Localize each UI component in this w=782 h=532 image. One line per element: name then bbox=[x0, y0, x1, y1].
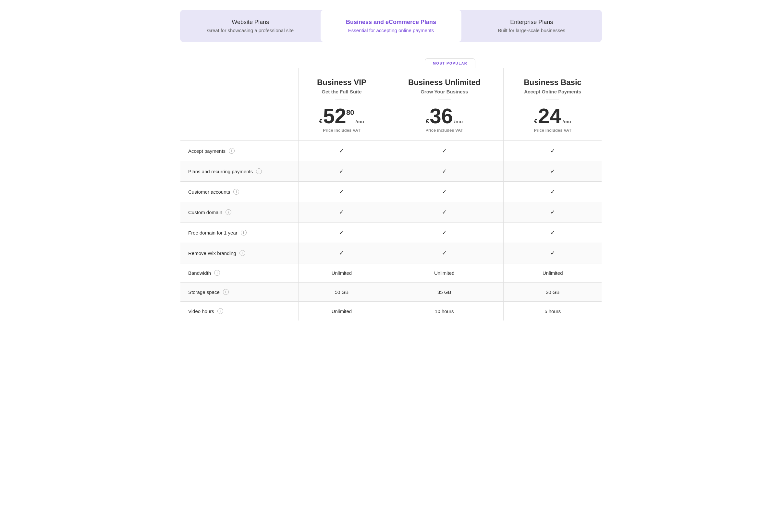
feature-value-5-2: ✓ bbox=[504, 243, 602, 263]
feature-value-8-2: 5 hours bbox=[504, 302, 602, 321]
feature-label-cell-8: Video hours i bbox=[180, 302, 298, 321]
feature-value-4-1: ✓ bbox=[385, 222, 504, 243]
plan-unlimited-price-main: 36 bbox=[430, 106, 453, 127]
feature-row-5: Remove Wix branding i ✓✓✓ bbox=[180, 243, 602, 263]
feature-text-8-2: 5 hours bbox=[544, 309, 561, 314]
plan-vip-divider bbox=[335, 100, 348, 100]
feature-value-6-1: Unlimited bbox=[385, 263, 504, 283]
checkmark-1-0: ✓ bbox=[339, 168, 344, 175]
plan-unlimited-period: /mo bbox=[454, 119, 463, 124]
info-icon-3[interactable]: i bbox=[225, 209, 232, 215]
feature-text-8-1: 10 hours bbox=[435, 309, 454, 314]
tab-business-title: Business and eCommerce Plans bbox=[327, 19, 455, 26]
tab-enterprise-title: Enterprise Plans bbox=[468, 19, 596, 26]
plan-basic-currency: € bbox=[534, 118, 537, 124]
feature-value-0-0: ✓ bbox=[298, 141, 385, 161]
tab-enterprise[interactable]: Enterprise Plans Built for large-scale b… bbox=[461, 10, 602, 42]
plan-vip-price-main: 52 bbox=[323, 106, 346, 127]
plan-basic-vat: Price includes VAT bbox=[510, 128, 595, 133]
mp-spacer-1 bbox=[180, 59, 298, 68]
checkmark-1-1: ✓ bbox=[442, 168, 447, 175]
info-icon-7[interactable]: i bbox=[223, 289, 229, 295]
plan-basic-tagline: Accept Online Payments bbox=[510, 89, 595, 95]
feature-row-4: Free domain for 1 year i ✓✓✓ bbox=[180, 222, 602, 243]
most-popular-badge: MOST POPULAR bbox=[425, 59, 476, 68]
info-icon-4[interactable]: i bbox=[241, 230, 247, 236]
feature-text-7-2: 20 GB bbox=[546, 289, 560, 295]
feature-value-5-0: ✓ bbox=[298, 243, 385, 263]
feature-value-0-1: ✓ bbox=[385, 141, 504, 161]
tab-website-subtitle: Great for showcasing a professional site bbox=[186, 28, 314, 33]
checkmark-5-0: ✓ bbox=[339, 250, 344, 256]
info-icon-2[interactable]: i bbox=[233, 189, 239, 194]
plan-basic-price-main: 24 bbox=[538, 106, 561, 127]
feature-value-8-1: 10 hours bbox=[385, 302, 504, 321]
checkmark-2-0: ✓ bbox=[339, 188, 344, 195]
tab-business[interactable]: Business and eCommerce Plans Essential f… bbox=[321, 10, 461, 42]
feature-value-7-2: 20 GB bbox=[504, 283, 602, 302]
page-wrapper: Website Plans Great for showcasing a pro… bbox=[174, 0, 608, 330]
plan-basic-period: /mo bbox=[562, 119, 571, 124]
header-row: Business VIP Get the Full Suite € 52 80 … bbox=[180, 68, 602, 141]
plan-basic-name: Business Basic bbox=[510, 78, 595, 87]
plan-vip-tagline: Get the Full Suite bbox=[305, 89, 378, 95]
checkmark-0-1: ✓ bbox=[442, 148, 447, 154]
feature-text-8-0: Unlimited bbox=[332, 309, 352, 314]
plan-vip-price-decimal: 80 bbox=[346, 108, 354, 117]
feature-value-7-1: 35 GB bbox=[385, 283, 504, 302]
plan-vip-period: /mo bbox=[355, 119, 364, 124]
info-icon-1[interactable]: i bbox=[256, 168, 262, 174]
plan-unlimited-vat: Price includes VAT bbox=[392, 128, 497, 133]
feature-value-4-0: ✓ bbox=[298, 222, 385, 243]
feature-value-4-2: ✓ bbox=[504, 222, 602, 243]
feature-value-3-0: ✓ bbox=[298, 202, 385, 222]
feature-value-1-1: ✓ bbox=[385, 161, 504, 182]
feature-row-1: Plans and recurring payments i ✓✓✓ bbox=[180, 161, 602, 182]
feature-label-5: Remove Wix branding bbox=[188, 250, 236, 256]
feature-value-2-1: ✓ bbox=[385, 182, 504, 202]
feature-text-6-2: Unlimited bbox=[542, 270, 563, 276]
checkmark-4-1: ✓ bbox=[442, 229, 447, 236]
feature-label-cell-6: Bandwidth i bbox=[180, 263, 298, 283]
checkmark-3-0: ✓ bbox=[339, 209, 344, 215]
feature-row-3: Custom domain i ✓✓✓ bbox=[180, 202, 602, 222]
feature-row-0: Accept payments i ✓✓✓ bbox=[180, 141, 602, 161]
feature-label-cell-3: Custom domain i bbox=[180, 202, 298, 222]
plan-unlimited-header: Business Unlimited Grow Your Business € … bbox=[385, 68, 504, 141]
feature-label-cell-2: Customer accounts i bbox=[180, 182, 298, 202]
pricing-table: Business VIP Get the Full Suite € 52 80 … bbox=[180, 68, 602, 321]
plan-basic-price: € 24 /mo bbox=[510, 106, 595, 127]
plan-vip-name: Business VIP bbox=[305, 78, 378, 87]
plan-unlimited-name: Business Unlimited bbox=[392, 78, 497, 87]
feature-label-1: Plans and recurring payments bbox=[188, 169, 253, 174]
feature-value-2-0: ✓ bbox=[298, 182, 385, 202]
checkmark-4-0: ✓ bbox=[339, 229, 344, 236]
checkmark-5-2: ✓ bbox=[550, 250, 555, 256]
tab-website[interactable]: Website Plans Great for showcasing a pro… bbox=[180, 10, 321, 42]
plan-unlimited-divider bbox=[438, 100, 451, 100]
plan-vip-header: Business VIP Get the Full Suite € 52 80 … bbox=[298, 68, 385, 141]
feature-label-cell-1: Plans and recurring payments i bbox=[180, 161, 298, 182]
most-popular-badge-container: MOST POPULAR bbox=[399, 59, 501, 68]
feature-text-6-1: Unlimited bbox=[434, 270, 455, 276]
plan-vip-currency: € bbox=[319, 118, 323, 124]
feature-body: Accept payments i ✓✓✓ Plans and recurrin… bbox=[180, 141, 602, 321]
info-icon-6[interactable]: i bbox=[214, 270, 220, 276]
feature-label-cell-7: Storage space i bbox=[180, 283, 298, 302]
plan-unlimited-price: € 36 /mo bbox=[392, 106, 497, 127]
feature-label-7: Storage space bbox=[188, 289, 220, 295]
tab-enterprise-subtitle: Built for large-scale businesses bbox=[468, 28, 596, 33]
feature-value-8-0: Unlimited bbox=[298, 302, 385, 321]
feature-label-8: Video hours bbox=[188, 309, 214, 314]
feature-text-6-0: Unlimited bbox=[332, 270, 352, 276]
feature-label-0: Accept payments bbox=[188, 148, 225, 154]
most-popular-row: MOST POPULAR bbox=[180, 59, 602, 68]
info-icon-0[interactable]: i bbox=[229, 148, 235, 154]
feature-label-cell-4: Free domain for 1 year i bbox=[180, 222, 298, 243]
info-icon-5[interactable]: i bbox=[240, 250, 245, 256]
feature-row-7: Storage space i 50 GB35 GB20 GB bbox=[180, 283, 602, 302]
feature-value-3-1: ✓ bbox=[385, 202, 504, 222]
feature-value-1-2: ✓ bbox=[504, 161, 602, 182]
plan-vip-price: € 52 80 /mo bbox=[305, 106, 378, 127]
info-icon-8[interactable]: i bbox=[217, 308, 223, 314]
